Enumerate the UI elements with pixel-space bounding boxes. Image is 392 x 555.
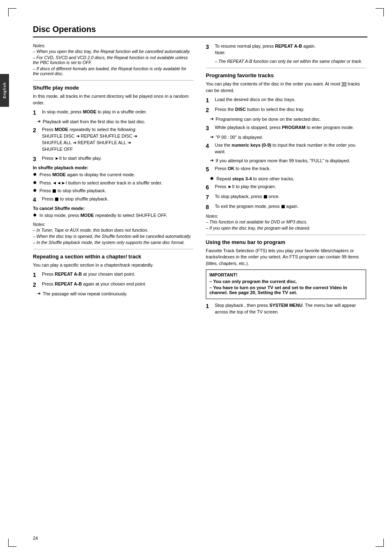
page: English Disc Operations Notes: – When yo… [0, 0, 392, 555]
left-column: Notes: – When you open the disc tray, th… [33, 43, 194, 318]
step-content-1: In stop mode, press MODE to play in a sh… [42, 109, 194, 115]
step-content-4: Press to stop shuffle playback. [42, 196, 194, 203]
corner-mark-br [376, 539, 384, 547]
programming-title: Programing favorite tracks [206, 72, 367, 78]
menu-bar-section: Using the menu bar to program Favorite T… [206, 239, 367, 316]
prog-step-num-5: 5 [206, 166, 215, 173]
repeat-step-num-2: 2 [33, 281, 42, 288]
step-content-3: Press ►II to start shuffle play. [42, 155, 194, 162]
prog-step-7: 7 To stop playback, press once. [206, 193, 367, 201]
programming-intro: You can play the contents of the disc in… [206, 81, 367, 94]
prog-step4-arrow: ➜ If you attempt to program more than 99… [206, 158, 367, 164]
notes2-section: Notes: – In Tuner, Tape or AUX mode, thi… [33, 222, 194, 245]
prog-step-num-3: 3 [206, 124, 215, 132]
repeat-ab-section: Repeating a section within a chapter/ tr… [33, 253, 194, 297]
side-tab-label: English [2, 82, 7, 99]
shuffle-title: Shuffle play mode [33, 85, 194, 91]
menu-step-content-1: Stop playback , then press SYSTEM MENU. … [215, 302, 367, 315]
prog-step-content-6: Press ►II to play the program. [215, 184, 367, 190]
note2-3: – In the Shuffle playback mode, the syst… [33, 240, 194, 245]
repeat-step-content-1: Press REPEAT A-B at your chosen start po… [42, 271, 194, 278]
prog-repeat-bullet: ● Repeat steps 3-4 to store other tracks… [206, 176, 367, 182]
step-num-1: 1 [33, 109, 42, 116]
note-2: – For CVD, SVCD and VCD 2.0 discs, the R… [33, 55, 194, 65]
notes-label: Notes: [33, 43, 194, 48]
shuffle-bullet-1: ● Press MODE again to display the curren… [33, 172, 194, 178]
note2-1: – In Tuner, Tape or AUX mode, this butto… [33, 228, 194, 233]
repeat-step-content-2: Press REPEAT A-B again at your chosen en… [42, 281, 194, 288]
prog-step-num-8: 8 [206, 203, 215, 211]
prog-step-content-8: To exit the program mode, press again. [215, 203, 367, 210]
cancel-shuffle-bullet: ● In stop mode, press MODE repeatedly to… [33, 212, 194, 219]
shuffle-step-2: 2 Press MODE repeatedly to select the fo… [33, 127, 194, 153]
note2-2: – When the disc tray is opened, the Shuf… [33, 234, 194, 239]
prog-step-content-4: Use the numeric keys (0-9) to input the … [215, 142, 367, 155]
shuffle-intro: In this mode, all tracks in the current … [33, 93, 194, 106]
notes2-label: Notes: [33, 222, 194, 227]
repeat-step-2: 2 Press REPEAT A-B again at your chosen … [33, 281, 194, 288]
important-box: IMPORTANT! – You can only program the cu… [206, 269, 367, 299]
important-title: IMPORTANT! [210, 272, 363, 277]
step-num-4: 4 [33, 196, 42, 203]
repeat-ab-intro: You can play a specific section in a cha… [33, 262, 194, 269]
important-item-2: – You have to turn on your TV set and se… [210, 285, 363, 295]
prog-step-5: 5 Press OK to store the track. [206, 166, 367, 173]
note-3: – If discs of different formats are load… [33, 66, 194, 76]
prog-step-num-1: 1 [206, 97, 215, 104]
prog-step-content-7: To stop playback, press once. [215, 193, 367, 200]
shuffle-step-4: 4 Press to stop shuffle playback. [33, 196, 194, 203]
prog-step-content-1: Load the desired discs on the disc trays… [215, 97, 367, 103]
prog-step-num-2: 2 [206, 106, 215, 114]
shuffle-section: Shuffle play mode In this mode, all trac… [33, 85, 194, 245]
repeat-ab-title: Repeating a section within a chapter/ tr… [33, 253, 194, 260]
prog-step-num-6: 6 [206, 184, 215, 191]
prog-step-num-4: 4 [206, 142, 215, 150]
repeat-ab-step3: 3 To resume normal play, press REPEAT A-… [206, 43, 367, 64]
shuffle-bullet-2: ● Press ◄◄►I button to select another tr… [33, 180, 194, 186]
in-shuffle-title: In shuffle playback mode: [33, 165, 194, 170]
prog-step-8: 8 To exit the program mode, press again. [206, 203, 367, 211]
step-num-2: 2 [33, 127, 42, 134]
prog-notes-label: Notes: [206, 214, 367, 219]
shuffle-step-3: 3 Press ►II to start shuffle play. [33, 155, 194, 163]
prog-step-content-2: Press the DISC button to select the disc… [215, 106, 367, 113]
menu-bar-intro: Favorite Track Selection (FTS) lets you … [206, 248, 367, 267]
important-item-1: – You can only program the current disc. [210, 279, 363, 284]
note-1: – When you open the disc tray, the Repea… [33, 49, 194, 54]
prog-step-content-5: Press OK to store the track. [215, 166, 367, 172]
prog-step-1: 1 Load the desired discs on the disc tra… [206, 97, 367, 104]
content-columns: Notes: – When you open the disc tray, th… [33, 43, 367, 318]
prog-note-1: – This function is not available for DVD… [206, 219, 367, 224]
repeat-step-num-1: 1 [33, 271, 42, 279]
menu-step-num-1: 1 [206, 302, 215, 310]
divider-1 [33, 80, 194, 81]
programming-section: Programing favorite tracks You can play … [206, 72, 367, 230]
corner-mark-tr [376, 8, 384, 16]
shuffle-bullet-3: ● Press to stop shuffle playback. [33, 188, 194, 194]
page-title: Disc Operations [33, 25, 367, 37]
menu-bar-title: Using the menu bar to program [206, 239, 367, 245]
divider-r1 [206, 68, 367, 68]
prog-step-6: 6 Press ►II to play the program. [206, 184, 367, 191]
prog-step-num-7: 7 [206, 193, 215, 201]
prog-step-2: 2 Press the DISC button to select the di… [206, 106, 367, 114]
repeat-step-3: 3 To resume normal play, press REPEAT A-… [206, 43, 367, 56]
step-num-3: 3 [33, 155, 42, 163]
repeat-step-content-3: To resume normal play, press REPEAT A-B … [215, 43, 367, 56]
step-content-2: Press MODE repeatedly to select the foll… [42, 127, 194, 153]
corner-mark-bl [8, 539, 16, 547]
repeat-step-1: 1 Press REPEAT A-B at your chosen start … [33, 271, 194, 279]
prog-step-4: 4 Use the numeric keys (0-9) to input th… [206, 142, 367, 155]
side-tab: English [0, 74, 9, 107]
divider-2 [33, 249, 194, 249]
menu-step-1: 1 Stop playback , then press SYSTEM MENU… [206, 302, 367, 315]
prog-step3-arrow: ➜ "P 00 : 00" is displayed. [206, 134, 367, 140]
repeat-step-num-3: 3 [206, 43, 215, 51]
shuffle-step-1: 1 In stop mode, press MODE to play in a … [33, 109, 194, 116]
right-column: 3 To resume normal play, press REPEAT A-… [206, 43, 367, 318]
prog-step2-arrow: ➜ Programming can only be done on the se… [206, 116, 367, 122]
repeat-step2-arrow: ➜ The passage will now repeat continuous… [33, 291, 194, 297]
step1-arrow: ➜ Playback will start from the first dis… [33, 119, 194, 125]
corner-mark-tl [8, 8, 16, 16]
prog-step-content-3: While playback is stopped, press PROGRAM… [215, 124, 367, 131]
